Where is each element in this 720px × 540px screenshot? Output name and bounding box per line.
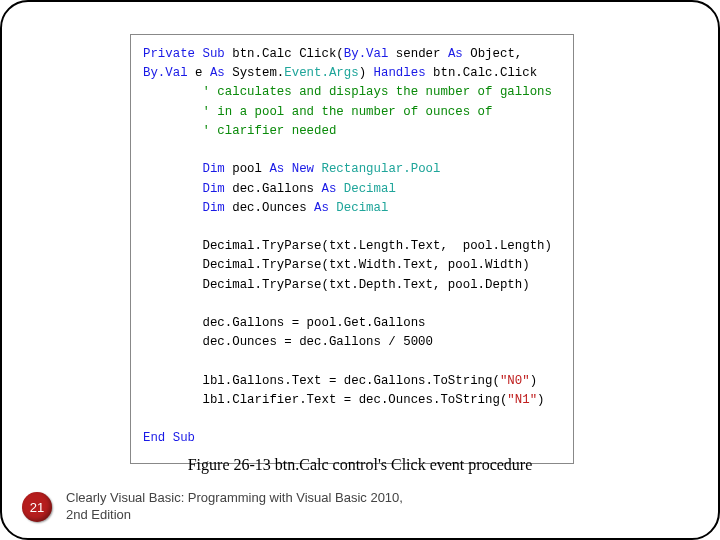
figure-caption: Figure 26-13 btn.Calc control's Click ev… bbox=[2, 456, 718, 474]
comment-line: ' clarifier needed bbox=[143, 124, 336, 138]
code-line: Decimal.TryParse(txt.Length.Text, pool.L… bbox=[143, 239, 552, 253]
comment-line: ' calculates and displays the number of … bbox=[143, 85, 552, 99]
slide-footer: 21 Clearly Visual Basic: Programming wit… bbox=[22, 490, 426, 524]
code-text: lbl.Clarifier.Text = dec.Ounces.ToString… bbox=[143, 393, 507, 407]
kw-byval: By.Val bbox=[344, 47, 389, 61]
code-text: pool bbox=[225, 162, 270, 176]
code-line: dec.Ounces = dec.Gallons / 5000 bbox=[143, 335, 433, 349]
kw-as: As bbox=[314, 201, 329, 215]
code-text: Object, bbox=[463, 47, 523, 61]
kw-as: As bbox=[448, 47, 463, 61]
book-reference: Clearly Visual Basic: Programming with V… bbox=[66, 490, 426, 524]
code-line: Decimal.TryParse(txt.Depth.Text, pool.De… bbox=[143, 278, 530, 292]
code-listing: Private Sub btn.Calc Click(By.Val sender… bbox=[130, 34, 574, 464]
slide-frame: Private Sub btn.Calc Click(By.Val sender… bbox=[0, 0, 720, 540]
type-rectpool: Rectangular.Pool bbox=[322, 162, 441, 176]
code-text: btn.Calc.Click bbox=[426, 66, 538, 80]
kw-byval: By.Val bbox=[143, 66, 188, 80]
string-literal: "N0" bbox=[500, 374, 530, 388]
kw-dim: Dim bbox=[203, 162, 225, 176]
comment-line: ' in a pool and the number of ounces of bbox=[143, 105, 492, 119]
code-text: ) bbox=[537, 393, 544, 407]
code-text bbox=[336, 182, 343, 196]
code-text: lbl.Gallons.Text = dec.Gallons.ToString( bbox=[143, 374, 500, 388]
code-text: dec.Ounces bbox=[225, 201, 314, 215]
code-text: sender bbox=[388, 47, 448, 61]
kw-handles: Handles bbox=[374, 66, 426, 80]
type-decimal: Decimal bbox=[336, 201, 388, 215]
kw-dim: Dim bbox=[203, 182, 225, 196]
code-text: btn.Calc Click( bbox=[225, 47, 344, 61]
string-literal: "N1" bbox=[507, 393, 537, 407]
code-line: Decimal.TryParse(txt.Width.Text, pool.Wi… bbox=[143, 258, 530, 272]
kw-as-new: As New bbox=[269, 162, 314, 176]
type-decimal: Decimal bbox=[344, 182, 396, 196]
kw-as: As bbox=[321, 182, 336, 196]
type-eventargs: Event.Args bbox=[284, 66, 358, 80]
indent bbox=[143, 201, 203, 215]
kw-end-sub: End Sub bbox=[143, 431, 195, 445]
kw-private-sub: Private Sub bbox=[143, 47, 225, 61]
code-text: System. bbox=[225, 66, 285, 80]
code-text: ) bbox=[530, 374, 537, 388]
code-text: e bbox=[188, 66, 210, 80]
indent bbox=[143, 162, 203, 176]
kw-dim: Dim bbox=[203, 201, 225, 215]
page-number-badge: 21 bbox=[22, 492, 52, 522]
indent bbox=[143, 182, 203, 196]
code-line: dec.Gallons = pool.Get.Gallons bbox=[143, 316, 426, 330]
code-text: ) bbox=[359, 66, 374, 80]
code-text: dec.Gallons bbox=[225, 182, 322, 196]
kw-as: As bbox=[210, 66, 225, 80]
code-text bbox=[314, 162, 321, 176]
